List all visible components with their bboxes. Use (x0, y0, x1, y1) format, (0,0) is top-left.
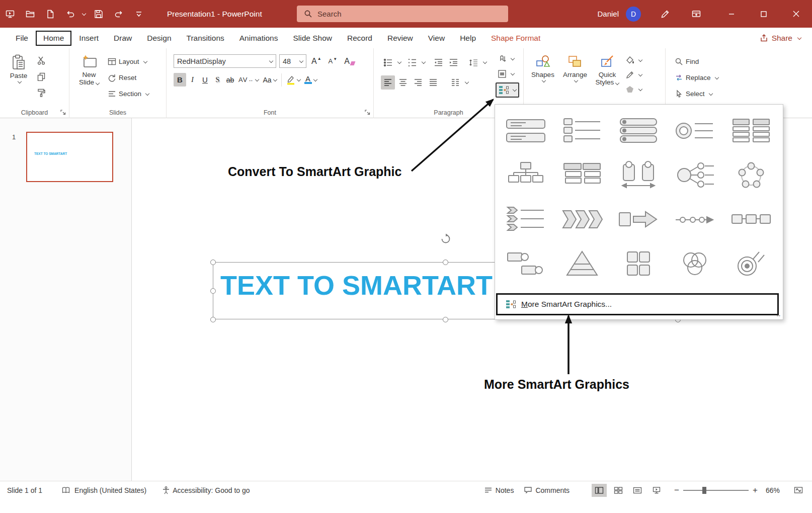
resize-handle-bottom-center[interactable] (443, 317, 448, 322)
font-color-button[interactable]: A (302, 73, 319, 87)
new-file-icon[interactable] (40, 4, 60, 24)
zoom-slider-thumb[interactable] (702, 487, 706, 494)
decrease-indent-icon[interactable] (431, 55, 445, 69)
shape-fill-button[interactable] (623, 54, 644, 66)
shape-outline-button[interactable] (623, 69, 644, 81)
numbering-icon[interactable] (405, 55, 419, 69)
shapes-button[interactable]: Shapes (527, 52, 559, 106)
search-input[interactable] (317, 10, 489, 18)
smartart-layout-arrow-process[interactable] (612, 198, 665, 240)
tab-shape-format[interactable]: Shape Format (483, 31, 548, 46)
tab-insert[interactable]: Insert (71, 31, 106, 46)
smartart-layout-basic-process[interactable] (724, 198, 778, 240)
new-slide-button[interactable]: New Slide (72, 52, 106, 106)
smartart-layout-basic-venn[interactable] (668, 242, 721, 285)
tab-home[interactable]: Home (36, 31, 71, 46)
text-direction-button[interactable] (496, 52, 516, 65)
align-right-icon[interactable] (411, 75, 425, 90)
slide-counter[interactable]: Slide 1 of 1 (7, 486, 42, 494)
smartart-layout-organization-chart[interactable] (499, 154, 552, 196)
proofing-icon[interactable] (61, 486, 70, 495)
bold-button[interactable]: B (174, 73, 186, 87)
search-bar[interactable] (297, 6, 508, 22)
tab-record[interactable]: Record (340, 31, 380, 46)
bullets-icon[interactable] (381, 55, 395, 69)
font-dialog-launcher-icon[interactable] (364, 109, 371, 116)
resize-handle-top-left[interactable] (210, 260, 216, 265)
comments-button[interactable]: Comments (524, 486, 570, 494)
more-smartart-graphics-item[interactable]: More SmartArt Graphics... (496, 293, 779, 315)
quick-access-toolbar-chevron-icon[interactable] (129, 4, 149, 24)
columns-icon[interactable] (448, 75, 462, 90)
tab-slide-show[interactable]: Slide Show (285, 31, 340, 46)
smartart-layout-counterbalance-arrows[interactable] (612, 154, 665, 196)
reset-button[interactable]: Reset (106, 70, 151, 85)
paste-button[interactable]: Paste (3, 52, 34, 106)
tab-animations[interactable]: Animations (232, 31, 286, 46)
cut-icon[interactable] (34, 53, 48, 67)
find-button[interactable]: Find (673, 54, 744, 69)
app-slideshow-icon[interactable] (0, 4, 20, 24)
undo-icon[interactable] (60, 4, 80, 24)
resize-handle-bottom-left[interactable] (210, 317, 216, 322)
align-text-button[interactable] (496, 67, 516, 80)
bullets-chevron-icon[interactable] (397, 60, 401, 64)
smartart-layout-radial-list[interactable] (668, 154, 721, 196)
smartart-layout-basic-cycle[interactable] (724, 154, 778, 196)
reading-view-button[interactable] (630, 484, 645, 497)
smartart-layout-tab-list[interactable] (724, 110, 778, 152)
increase-font-size-button[interactable]: A▲ (309, 54, 323, 68)
italic-button[interactable]: I (186, 73, 199, 87)
arrange-button[interactable]: Arrange (559, 52, 591, 106)
tab-draw[interactable]: Draw (106, 31, 139, 46)
close-button[interactable] (780, 0, 812, 28)
decrease-font-size-button[interactable]: A▼ (327, 54, 340, 68)
slide-thumbnail[interactable]: TEXT TO SMARTART (26, 132, 113, 182)
share-button[interactable]: Share (760, 28, 801, 48)
avatar[interactable]: D (626, 7, 641, 22)
undo-chevron-icon[interactable] (82, 11, 86, 15)
zoom-level[interactable]: 66% (766, 486, 780, 494)
copy-icon[interactable] (34, 69, 48, 83)
line-spacing-icon[interactable] (466, 55, 480, 69)
user-name[interactable]: Daniel (597, 10, 619, 18)
zoom-slider[interactable] (683, 485, 749, 495)
ink-pen-icon[interactable] (655, 4, 675, 24)
minimize-button[interactable] (715, 0, 748, 28)
text-shadow-button[interactable]: S (211, 73, 224, 87)
rotate-handle-icon[interactable] (440, 233, 451, 244)
notes-button[interactable]: Notes (484, 486, 514, 494)
select-button[interactable]: Select (673, 87, 744, 101)
slide-sorter-view-button[interactable] (611, 484, 626, 497)
ribbon-display-options-icon[interactable] (686, 4, 706, 24)
underline-button[interactable]: U (199, 73, 211, 87)
text-highlight-button[interactable] (284, 73, 302, 87)
accessibility-status[interactable]: Accessibility: Good to go (173, 486, 250, 494)
tab-design[interactable]: Design (139, 31, 179, 46)
fit-to-window-button[interactable] (791, 484, 806, 497)
character-spacing-button[interactable]: AV↔ (236, 73, 261, 87)
tab-help[interactable]: Help (452, 31, 483, 46)
resize-handle-middle-left[interactable] (210, 288, 216, 294)
shape-effects-button[interactable] (623, 83, 644, 96)
smartart-layout-vertical-chevron-list[interactable] (499, 198, 552, 240)
smartart-layout-vertical-box-list[interactable] (555, 110, 609, 152)
resize-grip-icon[interactable]: •• (777, 313, 781, 318)
smartart-layout-pyramid-list[interactable] (555, 242, 609, 285)
slide-show-button[interactable] (649, 484, 664, 497)
smartart-layout-matrix[interactable] (612, 242, 665, 285)
open-file-icon[interactable] (20, 4, 40, 24)
strikethrough-button[interactable]: ab (224, 73, 236, 87)
zoom-out-button[interactable]: − (674, 485, 679, 495)
smartart-layout-basic-target[interactable] (724, 242, 778, 285)
justify-icon[interactable] (426, 75, 440, 90)
quick-styles-button[interactable]: Quick Styles (591, 52, 623, 106)
align-left-icon[interactable] (381, 75, 395, 90)
zoom-in-button[interactable]: + (753, 485, 758, 495)
increase-indent-icon[interactable] (446, 55, 460, 69)
font-name-combobox[interactable]: RedHatDisplay (174, 54, 276, 68)
tab-view[interactable]: View (421, 31, 452, 46)
smartart-layout-lined-list[interactable] (668, 110, 721, 152)
tab-transitions[interactable]: Transitions (179, 31, 232, 46)
redo-icon[interactable] (109, 4, 129, 24)
